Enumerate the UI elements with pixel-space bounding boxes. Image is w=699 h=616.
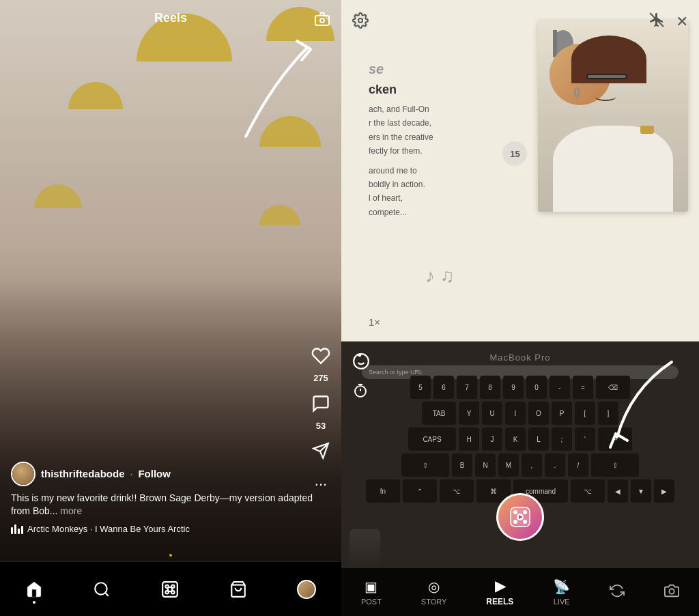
kb-key: 8 <box>480 376 500 399</box>
watch <box>640 126 654 134</box>
svg-point-13 <box>358 18 362 23</box>
kb-key: ⌥ <box>571 479 605 503</box>
svg-rect-6 <box>162 582 177 597</box>
close-icon[interactable]: ✕ <box>676 13 688 31</box>
kb-key: 5 <box>410 376 431 399</box>
music-bars-icon <box>11 524 23 534</box>
right-top-controls: ✕ <box>341 11 699 33</box>
timer-icon[interactable] <box>352 382 369 403</box>
bottom-nav <box>0 561 341 616</box>
kb-key: N <box>475 453 496 477</box>
svg-point-4 <box>96 583 107 594</box>
svg-point-15 <box>354 354 369 369</box>
kb-key: B <box>452 453 472 477</box>
left-panel: Reels 275 <box>0 0 341 616</box>
music-row: Arctic Monkeys · I Wanna Be Yours Arctic <box>11 524 330 534</box>
kb-key: I <box>505 402 526 425</box>
shape-3 <box>68 82 123 109</box>
like-button[interactable]: 275 <box>311 346 330 383</box>
thumbnail-strip[interactable] <box>350 529 380 567</box>
kb-key: CAPS <box>408 428 456 451</box>
kb-key: 7 <box>457 376 477 399</box>
follow-button[interactable]: Follow <box>138 468 171 479</box>
comments-count: 53 <box>316 421 326 431</box>
post-label: POST <box>361 598 382 606</box>
bnr-extra-1[interactable] <box>610 583 625 602</box>
right-panel: ✕ se cken ach, and Full-On r the last de… <box>341 0 699 616</box>
bnr-live[interactable]: 📡 LIVE <box>553 578 570 606</box>
user-row: thisthriftedabode · Follow <box>11 462 330 486</box>
airplane-mode-icon[interactable] <box>648 12 665 32</box>
nav-home[interactable] <box>25 580 43 598</box>
nav-profile[interactable] <box>297 580 316 599</box>
kb-key: TAB <box>422 402 456 425</box>
shape-5 <box>34 184 82 208</box>
kb-key: O <box>528 402 549 425</box>
kb-key: K <box>505 428 526 451</box>
macbook-label: MacBook Pro <box>489 352 550 363</box>
story-label: STORY <box>421 598 447 606</box>
music-text: Arctic Monkeys · I Wanna Be Yours Arctic <box>27 524 190 534</box>
svg-point-11 <box>168 587 173 591</box>
settings-icon[interactable] <box>352 12 369 33</box>
bnr-post[interactable]: ▣ POST <box>361 578 382 606</box>
svg-point-18 <box>359 354 360 356</box>
body-shirt <box>553 126 673 212</box>
svg-point-26 <box>513 520 517 524</box>
nav-reels[interactable] <box>161 580 179 598</box>
doc-subtitle: cken <box>369 83 524 97</box>
live-label: LIVE <box>554 598 570 606</box>
kb-key: ⇧ <box>401 453 449 477</box>
document-area: se cken ach, and Full-On r the last deca… <box>341 0 538 341</box>
caption: This is my new favorite drink!! Brown Sa… <box>11 492 330 518</box>
live-icon: 📡 <box>553 578 570 595</box>
photo-frame <box>538 20 688 212</box>
likes-count: 275 <box>313 373 328 383</box>
post-icon: ▣ <box>365 578 377 595</box>
right-bottom-section: MacBook Pro Search or type URL 5 6 7 8 9… <box>341 341 699 616</box>
kb-key: 6 <box>433 376 454 399</box>
profile-avatar <box>297 580 316 599</box>
svg-point-25 <box>523 510 527 514</box>
kb-key: H <box>459 428 479 451</box>
svg-point-30 <box>669 589 674 593</box>
photo-area <box>538 0 699 341</box>
url-text: Search or type URL <box>369 369 423 376</box>
content-area: thisthriftedabode · Follow This is my ne… <box>11 462 330 534</box>
kb-key: L <box>528 428 549 451</box>
bnr-story[interactable]: ◎ STORY <box>421 578 447 606</box>
heart-icon <box>311 346 330 370</box>
page-title: Reels <box>154 11 187 25</box>
reels-nav-icon: ▶ <box>495 578 505 594</box>
avatar <box>11 462 35 486</box>
zoom-indicator: 1× <box>369 316 380 328</box>
svg-point-24 <box>513 510 517 514</box>
doc-title-partial: se <box>369 61 524 77</box>
shape-6 <box>259 205 300 225</box>
kb-key: , <box>522 453 542 477</box>
reels-label: REELS <box>486 597 513 606</box>
kb-key: Y <box>459 402 479 425</box>
more-link[interactable]: more <box>60 505 82 516</box>
svg-rect-0 <box>315 16 329 25</box>
reels-icon-circle[interactable] <box>496 493 544 541</box>
bnr-reels[interactable]: ▶ REELS <box>486 578 513 606</box>
svg-point-1 <box>320 18 324 23</box>
comment-button[interactable]: 53 <box>311 394 330 431</box>
effects-icon[interactable] <box>352 352 370 374</box>
nav-shop[interactable] <box>229 580 247 598</box>
username[interactable]: thisthriftedabode <box>41 468 125 479</box>
kb-key: ⌥ <box>440 479 474 503</box>
kb-key: J <box>482 428 502 451</box>
kb-key: ▼ <box>631 479 651 503</box>
kb-key: ◀ <box>608 479 628 503</box>
earring <box>574 87 580 97</box>
camera-arrow-annotation <box>191 27 328 164</box>
kb-key: M <box>498 453 519 477</box>
bnr-extra-2[interactable] <box>664 583 679 602</box>
kb-key: ⌃ <box>403 479 437 503</box>
nav-search[interactable] <box>93 580 111 598</box>
progress-dot <box>169 554 172 557</box>
dot-separator: · <box>130 468 133 479</box>
timer-badge: 15 <box>502 141 527 166</box>
